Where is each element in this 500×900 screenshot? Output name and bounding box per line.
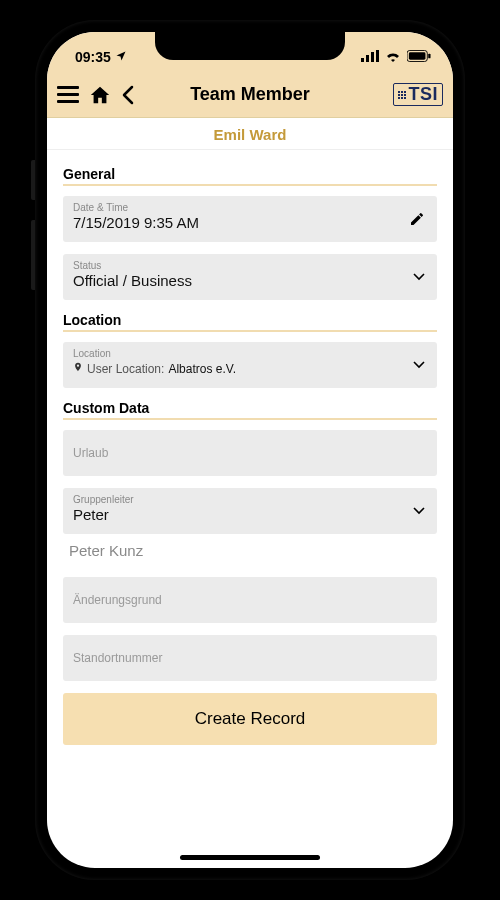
create-record-button[interactable]: Create Record [63, 693, 437, 745]
location-label: Location [73, 348, 427, 359]
svg-rect-2 [371, 52, 374, 62]
home-icon[interactable] [89, 84, 111, 106]
section-title-location: Location [63, 312, 437, 328]
location-arrow-icon [115, 49, 127, 65]
standortnummer-field[interactable]: Standortnummer [63, 635, 437, 681]
logo-dots-icon [398, 91, 406, 99]
gruppenleiter-field[interactable]: Gruppenleiter Peter [63, 488, 437, 534]
status-time: 09:35 [75, 49, 111, 65]
chevron-down-icon [413, 273, 425, 281]
status-value: Official / Business [73, 272, 427, 289]
aenderungsgrund-field[interactable]: Änderungsgrund [63, 577, 437, 623]
pencil-icon[interactable] [409, 211, 425, 227]
datetime-field[interactable]: Date & Time 7/15/2019 9:35 AM [63, 196, 437, 242]
status-label: Status [73, 260, 427, 271]
datetime-label: Date & Time [73, 202, 427, 213]
svg-rect-3 [376, 50, 379, 62]
svg-rect-1 [366, 55, 369, 62]
app-bar: Team Member TSI [47, 72, 453, 118]
section-title-custom: Custom Data [63, 400, 437, 416]
member-name: Emil Ward [47, 118, 453, 150]
svg-rect-6 [428, 54, 430, 59]
status-field[interactable]: Status Official / Business [63, 254, 437, 300]
location-field[interactable]: Location User Location: Albatros e.V. [63, 342, 437, 388]
svg-rect-0 [361, 58, 364, 62]
gruppenleiter-value: Peter [73, 506, 427, 523]
back-icon[interactable] [121, 85, 135, 105]
location-prefix: User Location: [87, 362, 164, 376]
brand-logo: TSI [393, 83, 443, 106]
form-content: General Date & Time 7/15/2019 9:35 AM St… [47, 150, 453, 868]
svg-rect-5 [409, 52, 426, 59]
brand-text: TSI [408, 84, 438, 105]
phone-frame: 09:35 [35, 20, 465, 880]
location-value: Albatros e.V. [168, 362, 236, 376]
menu-icon[interactable] [57, 86, 79, 103]
standortnummer-label: Standortnummer [73, 641, 427, 665]
gruppenleiter-label: Gruppenleiter [73, 494, 427, 505]
cellular-icon [361, 49, 379, 65]
section-title-general: General [63, 166, 437, 182]
datetime-value: 7/15/2019 9:35 AM [73, 214, 427, 231]
notch [155, 32, 345, 60]
wifi-icon [385, 49, 401, 65]
urlaub-label: Urlaub [73, 436, 427, 460]
section-rule [63, 184, 437, 186]
section-rule [63, 418, 437, 420]
urlaub-field[interactable]: Urlaub [63, 430, 437, 476]
battery-icon [407, 49, 431, 65]
chevron-down-icon [413, 507, 425, 515]
home-indicator[interactable] [180, 855, 320, 860]
gruppenleiter-fulltext: Peter Kunz [63, 542, 437, 563]
aenderungsgrund-label: Änderungsgrund [73, 583, 427, 607]
pin-icon [73, 361, 83, 376]
chevron-down-icon [413, 361, 425, 369]
section-rule [63, 330, 437, 332]
screen: 09:35 [47, 32, 453, 868]
